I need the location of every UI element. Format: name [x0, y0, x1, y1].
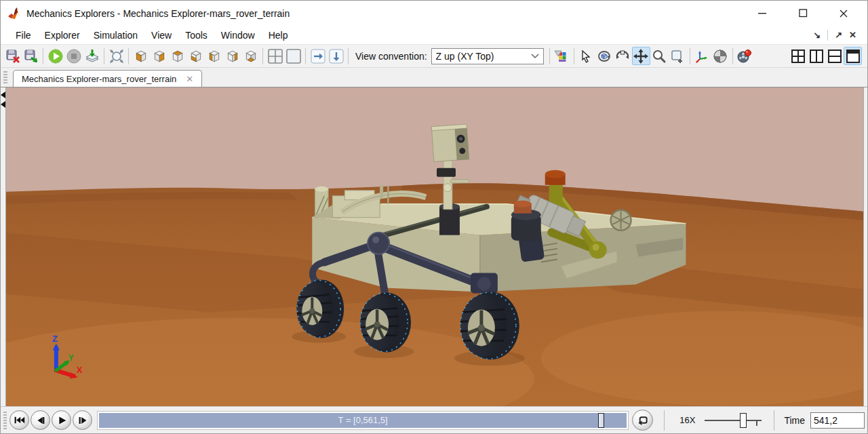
zoom-region-button[interactable]	[669, 47, 687, 65]
restore-view-button[interactable]	[83, 47, 101, 65]
view-isometric-button[interactable]	[241, 47, 260, 65]
view-convention-label: View convention:	[355, 51, 427, 62]
stop-button[interactable]	[64, 47, 83, 65]
grid-pane-button[interactable]	[266, 47, 284, 65]
layout-single-button[interactable]	[844, 47, 862, 65]
cube-right-icon	[225, 49, 240, 64]
fit-to-view-button[interactable]	[107, 47, 125, 65]
frames-toggle-button[interactable]	[693, 47, 711, 65]
toolbar-separator	[262, 48, 263, 64]
menu-file[interactable]: File	[9, 27, 38, 43]
go-to-start-button[interactable]	[9, 410, 29, 430]
timeline-slider[interactable]: T = [0,561,5]	[98, 412, 628, 429]
view-left-button[interactable]	[205, 47, 223, 65]
playback-bar-grip[interactable]	[3, 412, 7, 429]
apply-view-button[interactable]	[309, 47, 327, 65]
pan-icon	[633, 49, 648, 64]
viewport: Z Y X	[1, 87, 867, 406]
maximize-button[interactable]	[795, 6, 810, 21]
layout-hsplit-button[interactable]	[825, 47, 844, 65]
menu-view[interactable]: View	[144, 27, 178, 43]
apply-view-all-button[interactable]	[327, 47, 345, 65]
x-axis-label: X	[77, 365, 83, 375]
scene-3d[interactable]: Z Y X	[6, 87, 863, 406]
time-input[interactable]	[810, 412, 865, 429]
menu-explorer[interactable]: Explorer	[38, 27, 87, 43]
collapse-left-icon[interactable]	[1, 101, 5, 108]
view-convention-dropdown[interactable]: Z up (XY Top)	[431, 48, 544, 64]
toolbar-separator	[43, 48, 43, 64]
layout-vsplit-button[interactable]	[807, 47, 825, 65]
zoom-fit-icon	[108, 48, 125, 64]
select-tool-button[interactable]	[577, 47, 595, 65]
dock-icon[interactable]: ↘	[813, 30, 821, 40]
minimize-button[interactable]	[755, 6, 770, 21]
toolbar-separator	[574, 48, 574, 64]
close-panel-icon[interactable]: ✕	[849, 30, 856, 40]
step-back-button[interactable]	[31, 410, 50, 430]
cube-front-icon	[134, 49, 149, 64]
chevron-down-icon	[531, 54, 539, 59]
undock-icon[interactable]: ↗	[835, 30, 842, 40]
record-video-button[interactable]	[736, 47, 754, 65]
timeline-range-label: T = [0,561,5]	[99, 413, 627, 428]
left-splitter[interactable]	[1, 87, 6, 406]
view-bottom-button[interactable]	[186, 47, 205, 65]
view-back-button[interactable]	[150, 47, 168, 65]
save-config-button[interactable]	[3, 47, 22, 65]
rover-wheel-front-left	[460, 292, 519, 360]
toolbar: View convention: Z up (XY Top)	[1, 45, 867, 68]
matlab-logo-icon	[7, 7, 21, 20]
view-right-button[interactable]	[223, 47, 241, 65]
playback-separator	[774, 410, 774, 431]
axes-triad-icon	[694, 49, 709, 64]
speed-value-label: 16X	[679, 415, 695, 425]
tab-mechanics-explorer[interactable]: Mechanics Explorer-mars_rover_terrain ✕	[13, 70, 202, 87]
speed-slider-thumb[interactable]	[740, 413, 747, 428]
play-pause-button[interactable]	[52, 410, 71, 430]
menu-simulation[interactable]: Simulation	[87, 27, 144, 43]
visual-settings-button[interactable]	[553, 47, 571, 65]
arrow-down-box-icon	[329, 49, 344, 64]
timeline-thumb[interactable]	[598, 413, 604, 428]
menu-tools[interactable]: Tools	[178, 27, 214, 43]
roll-tool-button[interactable]	[614, 47, 632, 65]
arrow-right-box-icon	[311, 49, 326, 64]
run-button[interactable]	[46, 47, 64, 65]
toolbar-separator	[128, 48, 129, 64]
magnifier-icon	[652, 49, 667, 64]
checkered-sphere-icon	[713, 49, 728, 64]
export-config-button[interactable]	[22, 47, 40, 65]
toolbar-separator	[348, 48, 349, 64]
roll-icon	[614, 48, 631, 64]
zoom-region-icon	[670, 49, 685, 64]
menu-separator	[827, 30, 828, 41]
view-front-button[interactable]	[132, 47, 150, 65]
right-splitter[interactable]	[863, 87, 867, 406]
tab-close-icon[interactable]: ✕	[186, 74, 193, 84]
zoom-tool-button[interactable]	[650, 47, 669, 65]
single-pane-button[interactable]	[284, 47, 302, 65]
collapse-left-icon[interactable]	[1, 92, 5, 98]
menu-window[interactable]: Window	[214, 27, 262, 43]
step-back-icon	[35, 414, 47, 427]
layout-quad-button[interactable]	[789, 47, 807, 65]
step-forward-button[interactable]	[73, 410, 92, 430]
com-toggle-button[interactable]	[711, 47, 730, 65]
tab-drag-handle[interactable]	[3, 71, 7, 85]
four-pane-icon	[267, 48, 283, 64]
go-to-start-icon	[13, 414, 26, 427]
loop-button[interactable]	[632, 410, 653, 431]
rover-mast-camera-head	[431, 124, 469, 161]
orbit-tool-button[interactable]	[595, 47, 614, 65]
close-button[interactable]	[836, 6, 851, 21]
video-reel-icon	[736, 48, 753, 64]
tab-label: Mechanics Explorer-mars_rover_terrain	[22, 74, 176, 84]
mars-scene-svg: Z Y X	[6, 87, 863, 406]
view-top-button[interactable]	[168, 47, 186, 65]
menu-help[interactable]: Help	[262, 27, 295, 43]
speed-slider[interactable]	[705, 412, 762, 429]
rover-wheel-middle-left	[360, 293, 411, 353]
close-icon	[839, 9, 848, 18]
pan-tool-button[interactable]	[632, 47, 650, 65]
